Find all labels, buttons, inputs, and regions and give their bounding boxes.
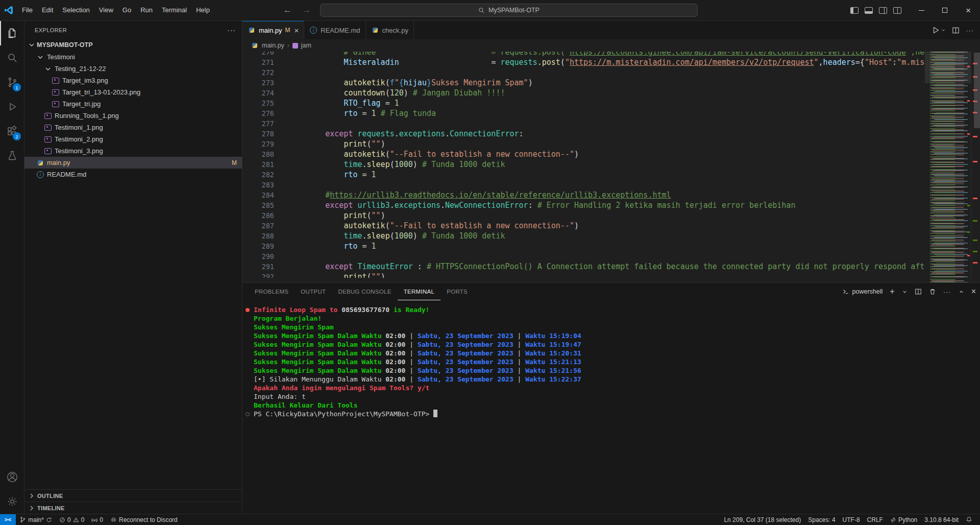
menu-help[interactable]: Help bbox=[191, 4, 214, 17]
kill-terminal-icon[interactable] bbox=[929, 288, 936, 295]
panel-tab-debug-console[interactable]: DEBUG CONSOLE bbox=[332, 283, 397, 300]
panel-tab-problems[interactable]: PROBLEMS bbox=[249, 283, 295, 300]
command-center-search[interactable]: MySPAMBot-OTP bbox=[320, 4, 698, 17]
editor-tabs-bar: main.pyM×README.mdcheck.py ··· bbox=[242, 21, 980, 39]
run-python-file-icon[interactable] bbox=[932, 26, 946, 34]
git-branch-status[interactable]: main* bbox=[16, 514, 56, 525]
activity-search[interactable] bbox=[0, 45, 24, 70]
split-editor-icon[interactable] bbox=[952, 27, 960, 34]
file-tree-item[interactable]: Testing_21-12-22 bbox=[24, 63, 242, 75]
line-number: 292 bbox=[242, 272, 274, 278]
panel-tab-ports[interactable]: PORTS bbox=[440, 283, 474, 300]
file-tree-item[interactable]: README.md bbox=[24, 169, 242, 180]
code-line: 273 autoketik(f"{hijau}Sukses Mengirim S… bbox=[242, 78, 925, 88]
code-line: 282 rto = 1 bbox=[242, 170, 925, 180]
terminal-dropdown-icon[interactable] bbox=[902, 289, 908, 295]
tab-README.md[interactable]: README.md bbox=[304, 21, 365, 39]
code-editor[interactable]: 270 # Ginee = requests.post('https://acc… bbox=[242, 52, 980, 282]
menu-run[interactable]: Run bbox=[136, 4, 157, 17]
breadcrumb-file[interactable]: main.py bbox=[262, 42, 284, 49]
terminal-line: PS C:\RickyData\PythonProject\MySPAMBot-… bbox=[254, 410, 980, 418]
menu-terminal[interactable]: Terminal bbox=[157, 4, 191, 17]
close-panel-icon[interactable]: × bbox=[971, 287, 976, 296]
problems-status[interactable]: 0 0 bbox=[56, 514, 88, 525]
gear-icon bbox=[6, 495, 18, 508]
panel-more-actions-icon[interactable]: ··· bbox=[943, 288, 951, 296]
terminal[interactable]: Infinite Loop Spam to 085693677670 is Re… bbox=[242, 300, 980, 514]
toggle-sidebar-icon[interactable] bbox=[850, 7, 859, 14]
menu-file[interactable]: File bbox=[17, 4, 37, 17]
command-ok-icon bbox=[246, 412, 250, 416]
broadcast-status[interactable]: 0 bbox=[88, 514, 107, 525]
file-tree-item[interactable]: Target_im3.png bbox=[24, 75, 242, 86]
back-arrow-icon[interactable]: ← bbox=[282, 5, 293, 15]
code-viewport[interactable]: 270 # Ginee = requests.post('https://acc… bbox=[242, 52, 925, 278]
close-tab-icon[interactable]: × bbox=[295, 26, 299, 35]
eol-sequence[interactable]: CRLF bbox=[864, 514, 887, 525]
minimize-button[interactable] bbox=[910, 0, 933, 20]
cursor-position[interactable]: Ln 209, Col 37 (18 selected) bbox=[720, 514, 804, 525]
code-line: 290 bbox=[242, 251, 925, 261]
toggle-secondary-sidebar-icon[interactable] bbox=[879, 7, 887, 14]
file-tree-item[interactable]: main.pyM bbox=[24, 157, 242, 169]
remote-indicator[interactable]: >< bbox=[0, 514, 16, 525]
outline-section[interactable]: OUTLINE bbox=[24, 489, 242, 502]
editor-scrollbar[interactable] bbox=[974, 53, 980, 128]
chevron-right-icon: › bbox=[287, 42, 289, 49]
activity-source-control[interactable]: 1 bbox=[0, 70, 24, 94]
activity-explorer[interactable] bbox=[0, 21, 24, 45]
workspace-root-folder[interactable]: MYSPAMBOT-OTP bbox=[24, 39, 242, 51]
settings-menu[interactable] bbox=[0, 489, 24, 514]
file-tree-item[interactable]: Testimoni bbox=[24, 51, 242, 63]
overview-ruler[interactable] bbox=[971, 52, 980, 282]
indentation[interactable]: Spaces: 4 bbox=[804, 514, 839, 525]
account-menu[interactable] bbox=[0, 465, 24, 489]
breadcrumb-symbol[interactable]: jam bbox=[301, 42, 311, 49]
new-terminal-icon[interactable]: + bbox=[890, 287, 894, 296]
forward-arrow-icon[interactable]: → bbox=[301, 5, 312, 15]
activity-extensions[interactable]: 2 bbox=[0, 119, 24, 144]
encoding[interactable]: UTF-8 bbox=[839, 514, 864, 525]
terminal-line: Sukses Mengirim Spam Dalam Waktu 02:00 |… bbox=[254, 349, 980, 357]
minimap[interactable] bbox=[925, 52, 971, 282]
split-terminal-icon[interactable] bbox=[915, 288, 922, 295]
code-line: 289 rto = 1 bbox=[242, 241, 925, 251]
tab-check.py[interactable]: check.py bbox=[366, 21, 414, 39]
file-tree-item[interactable]: Running_Tools_1.png bbox=[24, 110, 242, 122]
chevron-down-icon bbox=[44, 65, 52, 73]
file-tree-item[interactable]: Testimoni_2.png bbox=[24, 133, 242, 145]
file-tree-item[interactable]: Testimoni_1.png bbox=[24, 122, 242, 133]
menu-edit[interactable]: Edit bbox=[37, 4, 58, 17]
close-button[interactable]: × bbox=[957, 0, 980, 20]
maximize-panel-icon[interactable] bbox=[959, 289, 964, 295]
explorer-more-actions-icon[interactable]: ··· bbox=[227, 26, 236, 34]
file-tree-item[interactable]: Testimoni_3.png bbox=[24, 145, 242, 157]
info-file-icon bbox=[309, 26, 317, 34]
tab-main.py[interactable]: main.pyM× bbox=[242, 21, 304, 39]
line-number: 286 bbox=[242, 210, 274, 221]
maximize-button[interactable] bbox=[933, 0, 957, 20]
line-number: 273 bbox=[242, 78, 274, 88]
terminal-shell-selector[interactable]: powershell bbox=[842, 288, 883, 295]
file-tree-item[interactable]: Target_tri.jpg bbox=[24, 98, 242, 110]
file-tree-item[interactable]: Target_tri_13-01-2023.png bbox=[24, 86, 242, 98]
menu-go[interactable]: Go bbox=[118, 4, 136, 17]
python-interpreter[interactable]: 3.10.8 64-bit bbox=[921, 514, 962, 525]
menu-selection[interactable]: Selection bbox=[58, 4, 94, 17]
code-line: 283 bbox=[242, 180, 925, 190]
sync-icon bbox=[46, 517, 52, 523]
customize-layout-icon[interactable] bbox=[893, 7, 901, 14]
toggle-panel-icon[interactable] bbox=[865, 7, 873, 14]
activity-testing[interactable] bbox=[0, 144, 24, 168]
panel-tab-output[interactable]: OUTPUT bbox=[295, 283, 332, 300]
discord-status[interactable]: Reconnect to Discord bbox=[107, 514, 181, 525]
panel-tab-terminal[interactable]: TERMINAL bbox=[398, 283, 441, 300]
timeline-section[interactable]: TIMELINE bbox=[24, 502, 242, 514]
activity-run-debug[interactable] bbox=[0, 94, 24, 119]
language-mode[interactable]: Python bbox=[887, 514, 921, 525]
menu-view[interactable]: View bbox=[94, 4, 118, 17]
notifications-bell[interactable] bbox=[962, 514, 976, 525]
run-debug-icon bbox=[6, 101, 18, 113]
search-icon bbox=[6, 52, 18, 64]
editor-more-actions-icon[interactable]: ··· bbox=[966, 27, 974, 34]
